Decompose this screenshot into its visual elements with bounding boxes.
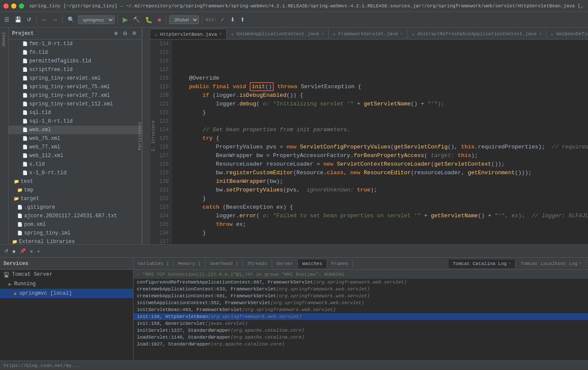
back-button[interactable]: ← [40,15,49,24]
services-add-button[interactable]: + [35,248,41,255]
editor-tab[interactable]: ☕ FrameworkServlet.java× [329,29,408,39]
tree-item[interactable]: 📄pom.xml [9,220,142,229]
minimize-button[interactable] [11,3,16,9]
tree-item[interactable]: 📄x-1_0-rt.tld [9,169,142,177]
stack-frame[interactable]: init:158, GenericServlet (javax.servlet) [133,320,588,327]
tree-item[interactable]: 📁External Libraries [9,237,142,244]
service-item-app[interactable]: ✱springmvc [local] [0,289,133,298]
catalina-tab-close[interactable]: × [508,262,511,266]
jrebel-dropdown[interactable]: JRebel [169,15,199,24]
editor-tab[interactable]: ☕ HttpServletBean.java× [151,29,227,39]
tree-item[interactable]: 📄spring_tiny-servlet.xml [9,74,142,83]
stack-frame[interactable]: init:136, HttpServletBean (org.springfra… [133,313,588,320]
stack-method: createWebApplicationContext:681, Framewo… [137,293,276,299]
tree-item-label: fn.tld [29,49,48,56]
debug-tab-watches[interactable]: Watches [298,259,327,268]
code-content[interactable]: @Override public final void init() throw… [172,40,588,244]
tree-item[interactable]: 📄web.xml [9,126,142,134]
services-filter-button[interactable]: ≡ [28,248,34,255]
new-file-button[interactable]: ⊕ [112,30,120,37]
tree-item[interactable]: 📄sql.tld [9,108,142,117]
tree-item[interactable]: 📄.gitignore [9,203,142,212]
collapse-button[interactable]: ⊟ [121,30,129,37]
tree-item[interactable]: 📄spring_tiny-servlet_77.xml [9,91,142,100]
debug-tab-overhead[interactable]: Overhead | [205,259,243,268]
settings-button[interactable]: ⚙ [130,30,138,37]
editor-tab-close[interactable]: × [220,32,222,37]
service-item-running[interactable]: ▶Running [0,279,133,289]
services-restart-button[interactable]: ↺ [3,247,10,255]
tree-item[interactable]: 📄web_77.xml [9,143,142,151]
bottom-toolbar: ↺ ■ 📌 ≡ + [0,245,588,258]
editor-tab-close[interactable]: × [400,32,403,37]
stack-frame[interactable]: loadServlet:1140, StandardWrapper (org.a… [133,334,588,341]
tree-item[interactable]: 📁test [9,177,142,186]
forward-button[interactable]: → [50,15,59,24]
line-number: 119 [154,83,169,91]
stack-frame[interactable]: initServletBean:493, FrameworkServlet (o… [133,306,588,313]
project-dropdown[interactable]: springmvc [78,15,115,24]
debug-button[interactable]: 🐛 [143,15,154,24]
maximize-button[interactable] [19,3,24,9]
line-number: 116 [154,57,169,65]
run-button[interactable]: ▶ [121,15,130,25]
editor-tab-close[interactable]: × [322,32,324,37]
tree-item[interactable]: 📄fn.tld [9,48,142,57]
search-everywhere-button[interactable]: 🔍 [66,15,76,24]
bottom-main: Services 🖥️Tomcat Server▶Running✱springm… [0,258,588,361]
stack-frame[interactable]: configureAndRefreshWebApplicationContext… [133,279,588,286]
stack-thread-text: "RMI TCP Connection(2)-127.0.0.1"@1,747 … [142,272,344,277]
editor-tab[interactable]: ☕ XmlBeanDefinitionRead× [547,29,588,39]
services-pin-button[interactable]: 📌 [18,247,28,255]
tree-item[interactable]: 📁tmp [9,186,142,194]
tree-item-label: web_77.xml [29,144,60,150]
stop-button[interactable]: ■ [156,15,163,24]
services-tree: 🖥️Tomcat Server▶Running✱springmvc [local… [0,270,133,361]
stack-frame[interactable]: initServlet:1227, StandardWrapper (org.a… [133,327,588,334]
tree-item[interactable]: 📄ajcore.20201117.124531.687.txt [9,212,142,220]
tree-item[interactable]: 📄spring_tiny-servlet_75.xml [9,83,142,91]
debug-tab-memory[interactable]: Memory | [174,259,206,268]
stack-class: (org.springframework.web.servlet) [242,307,336,312]
tree-item[interactable]: 📄spring_tiny-servlet_112.xml [9,100,142,108]
debug-tab-frames[interactable]: Frames [327,259,353,268]
tree-item-label: permittedTaglibs.tld [29,58,91,64]
stack-frame[interactable]: initWebApplicationContext:552, Framework… [133,299,588,306]
tree-item[interactable]: 📄x.tld [9,160,142,169]
debug-tab-variables[interactable]: Variables | [133,259,174,268]
stack-frame[interactable]: createWebApplicationContext:633, Framewo… [133,286,588,293]
editor-tab[interactable]: ☕ XmlWebApplicationContext.java× [227,29,328,39]
editor-tab-close[interactable]: × [539,32,542,37]
hamburger-button[interactable]: ☰ [3,15,11,24]
close-button[interactable] [3,3,9,9]
git-update-button[interactable]: ⬇ [229,15,237,24]
tree-item[interactable]: 📄permittedTaglibs.tld [9,57,142,65]
stack-frame[interactable]: load:1027, StandardWrapper (org.apache.c… [133,341,588,348]
git-push-button[interactable]: ⬆ [238,15,247,24]
stack-frame[interactable]: createWebApplicationContext:681, Framewo… [133,293,588,299]
catalina-tab[interactable]: Tomcat Localhost Log × [517,259,586,268]
code-editor[interactable]: 1141151161171181191201211221231241251261… [151,40,588,244]
git-commit-button[interactable]: ✓ [219,15,227,24]
debug-tab-server[interactable]: Server [272,259,298,268]
tree-item[interactable]: 📄web_75.xml [9,134,142,143]
sync-button[interactable]: ↺ [25,15,33,24]
catalina-tab[interactable]: Tomcat Catalina Log × [449,259,516,268]
tree-item[interactable]: 📄spring_tiny.iml [9,229,142,237]
catalina-tab-close[interactable]: × [579,262,582,266]
tree-item-label: External Libraries [19,239,75,244]
tree-item[interactable]: 📄scriptfree.tld [9,65,142,74]
debug-tab-threads[interactable]: Threads [243,259,272,268]
services-stop-button[interactable]: ■ [11,248,17,255]
sidebar-header: Project ⊕ ⊟ ⚙ [9,28,142,40]
tree-item[interactable]: 📄web_112.xml [9,151,142,160]
tree-item[interactable]: 📄sql-1_0-rt.tld [9,117,142,126]
jrebel-label: JRebel [2,32,6,47]
service-item-server[interactable]: 🖥️Tomcat Server [0,270,133,279]
editor-tab[interactable]: ☕ AbstractRefreshableApplicationContext.… [408,29,546,39]
tree-item[interactable]: 📄fmt-1_0-rt.tld [9,40,142,48]
build-button[interactable]: 🔨 [131,15,142,24]
save-button[interactable]: 💾 [13,15,23,24]
tree-item[interactable]: 📂target [9,194,142,203]
bottom-panel: ↺ ■ 📌 ≡ + Services 🖥️Tomcat Server▶Runni… [0,244,588,361]
